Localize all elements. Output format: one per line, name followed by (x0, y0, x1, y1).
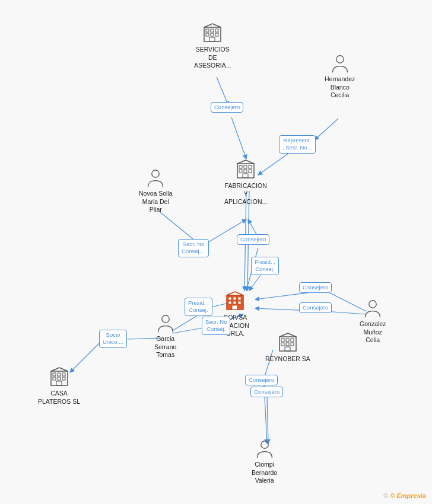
node-novoa[interactable]: Novoa Solla Maria Del Pilar (139, 169, 173, 214)
badge-secrno2[interactable]: Secr. No Consej. (202, 317, 230, 335)
svg-rect-38 (249, 170, 252, 173)
node-hernandez[interactable]: Hernandez Blanco Cecilia (325, 55, 355, 100)
badge-consejero1[interactable]: Consejero (211, 102, 243, 113)
svg-line-53 (227, 292, 235, 295)
svg-line-63 (279, 333, 288, 337)
badge-consejero2[interactable]: Consejero (237, 234, 269, 245)
casaplateros-label: CASA PLATEROS SL (38, 390, 80, 406)
svg-rect-57 (286, 343, 289, 346)
person-icon-hernandez (331, 55, 350, 74)
svg-line-74 (59, 368, 68, 371)
person-icon-gonzalez (363, 299, 382, 318)
building-icon4 (49, 366, 70, 388)
svg-rect-67 (58, 377, 61, 380)
fabricacion-label: FABRICACION Y APLICACION... (224, 182, 267, 206)
svg-rect-27 (211, 33, 214, 36)
badge-sociounico[interactable]: Socio Unico.... (99, 330, 127, 348)
svg-line-2 (231, 117, 246, 159)
svg-rect-49 (228, 297, 231, 300)
node-gonzalez[interactable]: Gonzalez Muñoz Celia (360, 299, 386, 344)
svg-rect-66 (53, 377, 56, 380)
badge-consejero6[interactable]: Consejero (250, 387, 283, 397)
svg-rect-29 (206, 29, 209, 32)
building-icon3 (277, 332, 298, 353)
badge-consejero4[interactable]: Consejero (299, 302, 332, 313)
badge-consejero3[interactable]: Consejero (299, 282, 332, 293)
svg-rect-71 (62, 373, 65, 376)
building-icon2 (235, 159, 256, 180)
badge-consejero5[interactable]: Consejero (245, 375, 278, 385)
svg-rect-48 (238, 301, 241, 304)
node-casaplateros[interactable]: CASA PLATEROS SL (38, 366, 80, 406)
svg-rect-42 (243, 174, 248, 178)
servicios-label: SERVICIOS DE ASESORIA... (194, 46, 231, 70)
svg-line-34 (212, 24, 221, 27)
person-icon-garcia (156, 314, 175, 333)
watermark-brand: © Empresia (390, 492, 426, 499)
person-icon-ciompi (255, 440, 274, 459)
svg-rect-59 (281, 339, 284, 342)
svg-line-44 (246, 160, 254, 164)
svg-rect-39 (239, 165, 242, 168)
svg-rect-60 (286, 339, 289, 342)
svg-point-79 (261, 441, 268, 448)
svg-line-1 (217, 77, 228, 106)
garcia-label: Garcia Serrano Tomas (154, 335, 176, 359)
node-ciompi[interactable]: Ciompi Bernardo Valeria (252, 440, 277, 485)
hernandez-label: Hernandez Blanco Cecilia (325, 75, 355, 100)
svg-point-76 (152, 170, 159, 177)
svg-rect-62 (285, 347, 290, 351)
svg-rect-40 (244, 165, 247, 168)
badge-secrno1[interactable]: Secr. No Consej.... (178, 239, 209, 257)
svg-rect-46 (228, 301, 231, 304)
svg-line-54 (235, 292, 243, 295)
svg-rect-70 (58, 373, 61, 376)
watermark: © © Empresia (383, 492, 426, 499)
svg-rect-30 (211, 29, 214, 32)
svg-rect-41 (249, 165, 252, 168)
connections-svg (0, 0, 432, 504)
svg-rect-28 (215, 33, 218, 36)
svg-rect-52 (232, 305, 237, 310)
svg-rect-58 (291, 343, 294, 346)
svg-point-78 (369, 301, 376, 308)
reynober-label: REYNOBER SA (265, 355, 310, 363)
svg-line-3 (315, 119, 338, 140)
svg-line-43 (237, 160, 246, 164)
svg-line-24 (267, 395, 268, 444)
person-icon-novoa (146, 169, 165, 188)
svg-point-75 (336, 56, 343, 63)
building-red-icon (224, 291, 246, 312)
svg-rect-26 (206, 33, 209, 36)
node-servicios[interactable]: SERVICIOS DE ASESORIA... (194, 23, 231, 70)
svg-line-64 (288, 333, 296, 337)
svg-rect-56 (281, 343, 284, 346)
svg-line-73 (51, 368, 59, 371)
badge-represent1[interactable]: Represent. , Secr. No... (279, 135, 316, 154)
novoa-label: Novoa Solla Maria Del Pilar (139, 190, 173, 214)
svg-rect-51 (238, 297, 241, 300)
ciompi-label: Ciompi Bernardo Valeria (252, 461, 277, 485)
node-garcia[interactable]: Garcia Serrano Tomas (154, 314, 176, 359)
svg-rect-31 (215, 29, 218, 32)
svg-rect-32 (209, 37, 215, 42)
svg-line-33 (204, 24, 212, 27)
svg-rect-72 (56, 381, 62, 385)
building-icon (202, 23, 223, 44)
svg-rect-69 (53, 373, 56, 376)
graph-container: SERVICIOS DE ASESORIA... FABRICACION Y A… (0, 0, 432, 504)
svg-rect-61 (291, 339, 294, 342)
svg-rect-47 (233, 301, 236, 304)
svg-rect-50 (233, 297, 236, 300)
node-reynober[interactable]: REYNOBER SA (265, 332, 310, 363)
node-fabricacion[interactable]: FABRICACION Y APLICACION... (224, 159, 267, 206)
svg-rect-36 (239, 170, 242, 173)
svg-point-77 (161, 315, 169, 323)
badge-presid2[interactable]: Presid. , Consej. (185, 298, 212, 316)
badge-presid1[interactable]: Presid. , Consej. (251, 257, 279, 275)
gonzalez-label: Gonzalez Muñoz Celia (360, 320, 386, 344)
svg-rect-68 (62, 377, 65, 380)
svg-rect-37 (244, 170, 247, 173)
